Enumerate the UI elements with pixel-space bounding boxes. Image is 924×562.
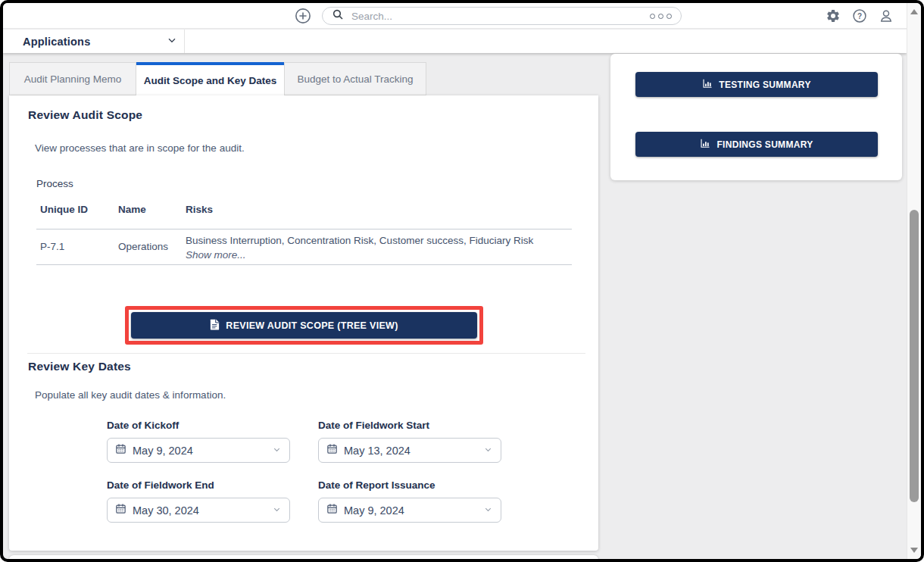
date-of-fieldwork-start-value: May 13, 2024 [344, 445, 483, 457]
document-icon [210, 319, 220, 333]
review-audit-scope-tree-view-button[interactable]: REVIEW AUDIT SCOPE (TREE VIEW) [131, 312, 477, 339]
tab-panel: Review Audit Scope View processes that a… [9, 95, 598, 551]
settings-icon[interactable] [826, 8, 841, 23]
tab-audit-scope-and-key-dates[interactable]: Audit Scope and Key Dates [136, 62, 284, 95]
chevron-down-icon [166, 34, 178, 49]
bar-chart-icon [702, 78, 713, 91]
scope-section-description: View processes that are in scope for the… [35, 142, 245, 154]
bar-chart-icon [700, 138, 710, 151]
appbar-divider [184, 30, 185, 53]
table-header-divider [36, 229, 572, 229]
tab-audit-planning-memo[interactable]: Audit Planning Memo [9, 62, 136, 95]
add-button[interactable] [295, 8, 311, 24]
testing-summary-label: TESTING SUMMARY [719, 80, 810, 90]
more-options-icon[interactable] [650, 14, 672, 19]
summary-panel: TESTING SUMMARY FINDINGS SUMMARY [610, 54, 902, 180]
date-of-fieldwork-start-select[interactable]: May 13, 2024 [318, 438, 501, 463]
scroll-up-arrow[interactable] [910, 9, 918, 14]
date-of-kickoff-label: Date of Kickoff [107, 420, 179, 431]
add-icon [295, 14, 311, 27]
search-icon [332, 8, 344, 23]
show-more-link[interactable]: Show more... [186, 249, 246, 261]
scrollbar-thumb[interactable] [910, 210, 919, 502]
findings-summary-button[interactable]: FINDINGS SUMMARY [635, 132, 878, 157]
tab-bar: Audit Planning Memo Audit Scope and Key … [9, 62, 426, 95]
next-card-peek [9, 555, 598, 560]
column-header-risks: Risks [186, 204, 213, 215]
scope-section-title: Review Audit Scope [28, 108, 142, 122]
testing-summary-button[interactable]: TESTING SUMMARY [635, 72, 878, 97]
calendar-icon [115, 503, 126, 517]
search-bar[interactable] [322, 7, 682, 25]
tree-view-button-label: REVIEW AUDIT SCOPE (TREE VIEW) [226, 320, 398, 331]
date-of-report-issuance-select[interactable]: May 9, 2024 [318, 498, 501, 523]
calendar-icon [326, 503, 338, 517]
section-divider [27, 353, 585, 354]
process-table-label: Process [36, 178, 73, 189]
chevron-down-icon [483, 504, 493, 517]
svg-text:?: ? [857, 12, 862, 20]
help-icon[interactable]: ? [852, 8, 867, 23]
calendar-icon [115, 443, 126, 457]
date-of-fieldwork-start-label: Date of Fieldwork Start [318, 420, 429, 431]
date-of-fieldwork-end-value: May 30, 2024 [133, 504, 272, 517]
key-dates-title: Review Key Dates [28, 360, 131, 373]
chevron-down-icon [272, 504, 282, 517]
table-row-divider [36, 264, 572, 265]
topbar: ? [3, 3, 907, 29]
cell-risks: Business Interruption, Concentration Ris… [186, 235, 564, 246]
applications-dropdown[interactable]: Applications [23, 30, 178, 53]
topbar-icons: ? [826, 8, 894, 23]
tab-budget-to-actual-tracking[interactable]: Budget to Actual Tracking [284, 62, 426, 95]
appbar: Applications [3, 30, 907, 53]
scroll-down-arrow[interactable] [910, 548, 918, 553]
date-of-report-issuance-value: May 9, 2024 [344, 504, 483, 517]
chevron-down-icon [272, 444, 282, 457]
findings-summary-label: FINDINGS SUMMARY [716, 139, 813, 150]
date-of-fieldwork-end-select[interactable]: May 30, 2024 [107, 498, 290, 523]
user-icon[interactable] [879, 8, 894, 23]
date-of-kickoff-select[interactable]: May 9, 2024 [107, 438, 290, 463]
chevron-down-icon [483, 444, 493, 457]
applications-dropdown-label: Applications [23, 36, 90, 48]
search-input[interactable] [350, 10, 650, 23]
vertical-scrollbar[interactable] [907, 3, 921, 559]
key-dates-description: Populate all key audit dates & informati… [35, 389, 226, 401]
cell-unique-id: P-7.1 [40, 241, 64, 252]
calendar-icon [326, 443, 338, 457]
app-window: ? Applications Audit Planning Memo Audit… [0, 0, 924, 562]
cell-name: Operations [118, 241, 168, 252]
date-of-fieldwork-end-label: Date of Fieldwork End [107, 479, 214, 491]
date-of-kickoff-value: May 9, 2024 [133, 445, 272, 457]
annotation-highlight-box: REVIEW AUDIT SCOPE (TREE VIEW) [125, 306, 483, 345]
date-of-report-issuance-label: Date of Report Issuance [318, 479, 435, 491]
column-header-name: Name [118, 204, 146, 215]
column-header-unique-id: Unique ID [40, 204, 88, 215]
